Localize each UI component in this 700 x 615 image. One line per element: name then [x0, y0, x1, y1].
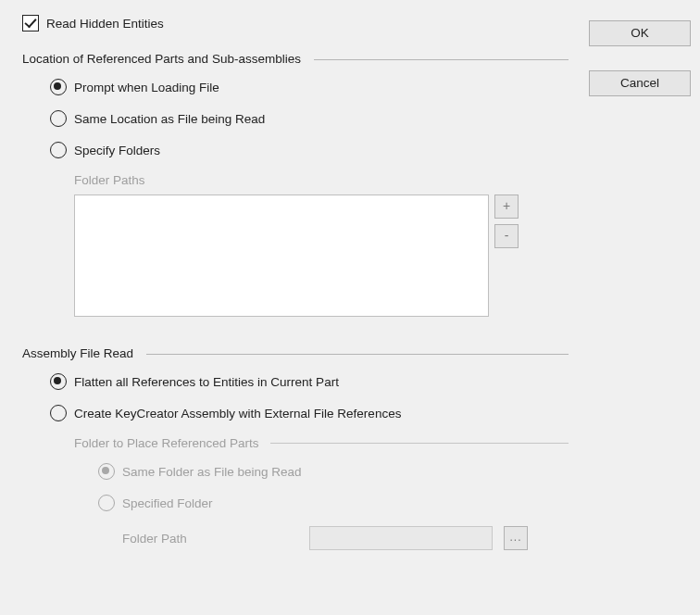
radio-same-folder — [98, 463, 115, 480]
group-assembly-title: Assembly File Read — [22, 346, 133, 360]
divider — [146, 354, 569, 355]
radio-flatten-label: Flatten all References to Entities in Cu… — [74, 375, 339, 389]
sub-group-title: Folder to Place Referenced Parts — [74, 436, 259, 450]
folder-path-label: Folder Path — [122, 532, 298, 546]
add-folder-button[interactable]: + — [494, 195, 519, 219]
divider — [314, 59, 569, 60]
cancel-button[interactable]: Cancel — [589, 70, 691, 96]
read-hidden-label: Read Hidden Entities — [46, 17, 164, 31]
radio-prompt-label: Prompt when Loading File — [74, 81, 219, 94]
folder-paths-listbox[interactable] — [74, 195, 489, 317]
radio-flatten[interactable] — [50, 373, 67, 390]
divider — [270, 443, 569, 444]
folder-paths-label: Folder Paths — [74, 173, 569, 187]
radio-same-label: Same Location as File being Read — [74, 112, 265, 126]
radio-prompt-loading[interactable] — [50, 79, 67, 95]
folder-path-input — [309, 526, 493, 550]
read-hidden-checkbox[interactable] — [22, 15, 39, 31]
remove-folder-button[interactable]: - — [494, 224, 519, 248]
ok-button[interactable]: OK — [589, 20, 691, 46]
group-location-title: Location of Referenced Parts and Sub-ass… — [22, 52, 301, 66]
radio-specified-folder — [98, 495, 115, 511]
radio-specified-folder-label: Specified Folder — [122, 496, 213, 510]
browse-button: ... — [504, 526, 528, 550]
radio-create-label: Create KeyCreator Assembly with External… — [74, 407, 401, 420]
radio-specify-label: Specify Folders — [74, 144, 160, 157]
radio-create-assembly[interactable] — [50, 405, 67, 421]
radio-same-location[interactable] — [50, 110, 67, 127]
radio-specify-folders[interactable] — [50, 142, 67, 158]
radio-same-folder-label: Same Folder as File being Read — [122, 465, 302, 479]
